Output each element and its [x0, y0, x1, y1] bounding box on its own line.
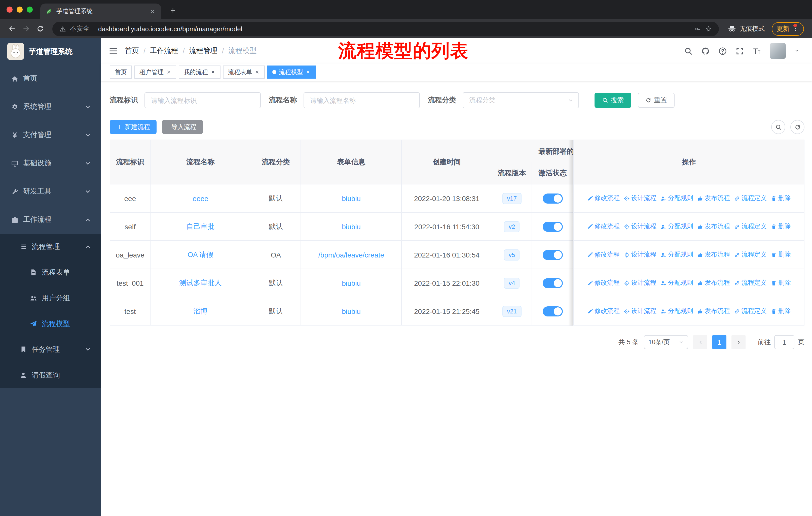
tag-process-model[interactable]: 流程模型 — [267, 65, 316, 79]
action-definition-link[interactable]: 流程定义 — [734, 307, 767, 316]
action-delete-link[interactable]: 删除 — [771, 279, 791, 287]
chevron-down-icon[interactable] — [794, 48, 800, 53]
tag-tenant-mgmt[interactable]: 租户管理 — [135, 65, 176, 79]
search-button[interactable]: 搜索 — [594, 93, 631, 108]
tab-close-icon[interactable] — [149, 8, 156, 15]
sidebar-item-dev-tools[interactable]: 研发工具 — [0, 178, 101, 206]
toggle-search-button[interactable] — [771, 120, 785, 134]
process-name-link[interactable]: OA 请假 — [187, 250, 213, 259]
action-assign-rule-link[interactable]: 分配规则 — [661, 279, 693, 287]
sidebar-item-home[interactable]: 首页 — [0, 64, 101, 93]
prev-page-button[interactable] — [693, 335, 707, 349]
action-design-link[interactable]: 设计流程 — [624, 194, 657, 202]
action-definition-link[interactable]: 流程定义 — [734, 279, 767, 287]
action-design-link[interactable]: 设计流程 — [624, 222, 657, 231]
sidebar-item-process-model[interactable]: 流程模型 — [0, 311, 101, 336]
action-assign-rule-link[interactable]: 分配规则 — [661, 250, 693, 259]
active-toggle[interactable] — [543, 221, 562, 232]
process-name-link[interactable]: 测试多审批人 — [179, 278, 222, 288]
action-definition-link[interactable]: 流程定义 — [734, 250, 767, 259]
form-info-link[interactable]: biubiu — [342, 307, 361, 315]
active-toggle[interactable] — [543, 306, 562, 316]
action-definition-link[interactable]: 流程定义 — [734, 222, 767, 231]
tag-my-process[interactable]: 我的流程 — [179, 65, 221, 79]
action-publish-link[interactable]: 发布流程 — [697, 250, 730, 259]
browser-tab[interactable]: 芋道管理系统 — [40, 3, 161, 19]
process-category-select[interactable]: 流程分类 — [463, 92, 579, 108]
password-key-icon[interactable] — [695, 25, 701, 32]
sidebar-item-task-mgmt[interactable]: 任务管理 — [0, 336, 101, 362]
tag-close-icon[interactable] — [166, 70, 171, 75]
form-info-link[interactable]: biubiu — [342, 194, 361, 202]
breadcrumb-item[interactable]: 工作流程 — [150, 46, 178, 55]
action-modify-link[interactable]: 修改流程 — [587, 279, 620, 287]
window-minimize-button[interactable] — [17, 6, 23, 12]
sidebar-item-system-mgmt[interactable]: 系统管理 — [0, 93, 101, 121]
hamburger-icon[interactable] — [101, 46, 125, 55]
action-modify-link[interactable]: 修改流程 — [587, 250, 620, 259]
window-close-button[interactable] — [6, 6, 12, 12]
form-info-link[interactable]: biubiu — [342, 279, 361, 287]
action-assign-rule-link[interactable]: 分配规则 — [661, 222, 693, 231]
action-delete-link[interactable]: 删除 — [771, 194, 791, 202]
refresh-table-button[interactable] — [790, 120, 805, 134]
window-zoom-button[interactable] — [27, 6, 33, 12]
sidebar-item-user-group[interactable]: 用户分组 — [0, 285, 101, 311]
sidebar-item-workflow[interactable]: 工作流程 — [0, 206, 101, 234]
action-assign-rule-link[interactable]: 分配规则 — [661, 307, 693, 316]
action-modify-link[interactable]: 修改流程 — [587, 194, 620, 202]
font-size-icon[interactable] — [753, 47, 761, 55]
action-publish-link[interactable]: 发布流程 — [697, 222, 730, 231]
address-bar[interactable]: 不安全 dashboard.yudao.iocoder.cn/bpm/manag… — [52, 21, 719, 36]
sidebar-item-process-form[interactable]: 流程表单 — [0, 260, 101, 285]
app-logo-row[interactable]: 芋道管理系统 — [0, 38, 101, 64]
next-page-button[interactable] — [731, 335, 746, 349]
new-tab-button[interactable] — [166, 3, 179, 17]
action-assign-rule-link[interactable]: 分配规则 — [661, 194, 693, 202]
sidebar-item-process-mgmt[interactable]: 流程管理 — [0, 234, 101, 260]
active-toggle[interactable] — [543, 193, 562, 203]
search-icon[interactable] — [684, 47, 693, 55]
tag-home[interactable]: 首页 — [110, 65, 132, 79]
action-modify-link[interactable]: 修改流程 — [587, 307, 620, 316]
sidebar-item-infrastructure[interactable]: 基础设施 — [0, 149, 101, 178]
action-delete-link[interactable]: 删除 — [771, 307, 791, 316]
action-delete-link[interactable]: 删除 — [771, 222, 791, 231]
active-toggle[interactable] — [543, 250, 562, 260]
tag-process-form[interactable]: 流程表单 — [223, 65, 265, 79]
browser-update-button[interactable]: 更新 — [772, 22, 804, 35]
breadcrumb-item[interactable]: 流程管理 — [189, 46, 218, 55]
action-modify-link[interactable]: 修改流程 — [587, 222, 620, 231]
tag-close-icon[interactable] — [210, 70, 215, 75]
tag-close-icon[interactable] — [255, 70, 260, 75]
action-design-link[interactable]: 设计流程 — [624, 307, 657, 316]
form-info-link[interactable]: /bpm/oa/leave/create — [318, 251, 384, 259]
action-delete-link[interactable]: 删除 — [771, 250, 791, 259]
action-publish-link[interactable]: 发布流程 — [697, 307, 730, 316]
fullscreen-icon[interactable] — [735, 47, 744, 55]
action-publish-link[interactable]: 发布流程 — [697, 194, 730, 202]
bookmark-star-icon[interactable] — [705, 25, 712, 32]
process-name-link[interactable]: 自己审批 — [186, 222, 214, 231]
back-button[interactable] — [5, 22, 19, 36]
action-publish-link[interactable]: 发布流程 — [697, 279, 730, 287]
process-name-link[interactable]: 滔博 — [193, 307, 207, 316]
sidebar-item-leave-query[interactable]: 请假查询 — [0, 362, 101, 388]
reload-button[interactable] — [33, 22, 47, 36]
form-info-link[interactable]: biubiu — [342, 222, 361, 230]
create-process-button[interactable]: 新建流程 — [110, 120, 156, 134]
page-size-select[interactable]: 10条/页 — [644, 335, 688, 349]
action-definition-link[interactable]: 流程定义 — [734, 194, 767, 202]
reset-button[interactable]: 重置 — [638, 93, 674, 108]
process-name-input[interactable] — [303, 92, 420, 108]
action-design-link[interactable]: 设计流程 — [624, 250, 657, 259]
page-number-1[interactable]: 1 — [712, 335, 726, 349]
tag-close-icon[interactable] — [306, 70, 311, 75]
github-icon[interactable] — [701, 47, 710, 55]
active-toggle[interactable] — [543, 278, 562, 288]
process-id-input[interactable] — [144, 92, 261, 108]
sidebar-item-payment-mgmt[interactable]: 支付管理 — [0, 121, 101, 149]
breadcrumb-item[interactable]: 首页 — [125, 46, 139, 55]
process-name-link[interactable]: eeee — [193, 194, 208, 202]
forward-button[interactable] — [19, 22, 33, 36]
